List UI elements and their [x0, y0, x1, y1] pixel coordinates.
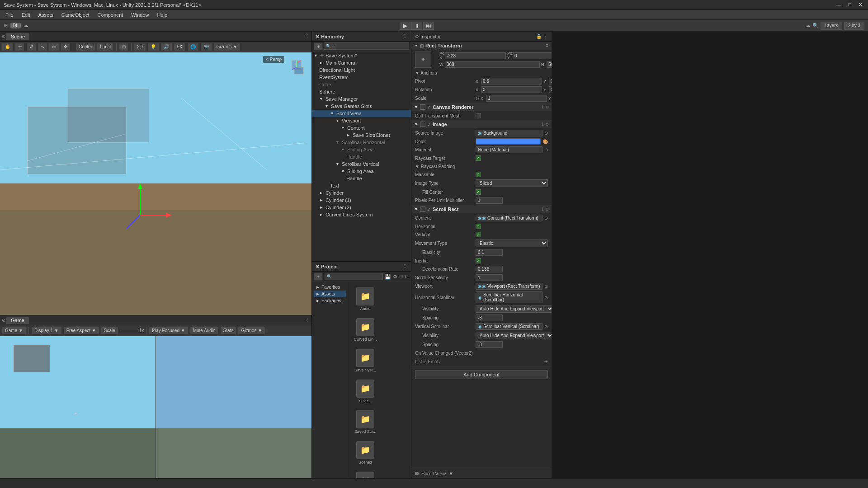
- color-swatch[interactable]: [476, 138, 541, 145]
- camera-btn[interactable]: 📷: [200, 43, 212, 51]
- hierarchy-item-sliding-area-h[interactable]: ▼ Sliding Area: [312, 146, 411, 153]
- hierarchy-item-save-slot-clone[interactable]: ► Save Slot(Clone): [312, 131, 411, 139]
- horizontal-checkbox[interactable]: ✓: [476, 224, 481, 229]
- deceleration-rate-input[interactable]: [476, 266, 503, 272]
- image-header[interactable]: ▼ ✓ Image ℹ ⚙: [411, 120, 552, 129]
- hierarchy-item-save-system[interactable]: ▼ 👁 Save System*: [312, 52, 411, 59]
- local-toggle[interactable]: Local: [97, 43, 114, 51]
- hierarchy-item-viewport[interactable]: ▼ Viewport: [312, 117, 411, 124]
- rotate-tool[interactable]: ↺: [26, 43, 36, 51]
- scroll-rect-info[interactable]: ℹ: [542, 207, 543, 211]
- hierarchy-item-sliding-area-v[interactable]: ▼ Sliding Area: [312, 168, 411, 175]
- transform-tool[interactable]: ✤: [61, 43, 71, 51]
- hierarchy-item-content[interactable]: ▼ Content: [312, 124, 411, 131]
- asset-curved-lin[interactable]: 📁 Curved Lin...: [352, 316, 379, 343]
- assets-folder[interactable]: ► Assets: [314, 291, 346, 297]
- scroll-sensitivity-input[interactable]: [476, 274, 503, 281]
- viewport-select[interactable]: ⊙: [544, 284, 548, 289]
- cull-transparent-checkbox[interactable]: [476, 113, 481, 118]
- hierarchy-item-event-system[interactable]: EventSystem: [312, 74, 411, 81]
- inertia-checkbox[interactable]: ✓: [476, 258, 481, 263]
- fx-btn[interactable]: FX: [174, 43, 186, 51]
- 2d-btn[interactable]: 2D: [134, 43, 146, 51]
- asset-audio[interactable]: 📁 Audio: [352, 286, 379, 313]
- hierarchy-item-cylinder-1[interactable]: ► Cylinder (1): [312, 197, 411, 204]
- hierarchy-item-scrollbar-vertical[interactable]: ▼ Scrollbar Vertical: [312, 160, 411, 168]
- raycast-target-checkbox[interactable]: ✓: [476, 155, 481, 161]
- asset-saved-scr[interactable]: 📁 Saved Scr...: [352, 408, 379, 436]
- hierarchy-item-curved-lines[interactable]: ► Curved Lines System: [312, 211, 411, 218]
- project-add[interactable]: +: [314, 272, 323, 281]
- inspector-scroll[interactable]: ▼ ⊞ Rect Transform ⚙ ⊕ Pos X: [411, 42, 552, 469]
- audio-btn[interactable]: 🔊: [160, 43, 172, 51]
- rot-y-input[interactable]: [549, 86, 552, 93]
- hierarchy-item-text[interactable]: Text: [312, 182, 411, 189]
- scroll-rect-gear[interactable]: ⚙: [545, 207, 549, 211]
- asset-scripts[interactable]: 📁 Scripts: [352, 470, 379, 478]
- minimize-btn[interactable]: —: [834, 2, 843, 8]
- mute-btn[interactable]: Mute Audio: [190, 327, 219, 335]
- menu-gameobject[interactable]: GameObject: [58, 11, 93, 19]
- move-tool[interactable]: ✛: [15, 43, 25, 51]
- game-gizmos-btn[interactable]: Gizmos ▼: [238, 327, 265, 335]
- pos-y-input[interactable]: [513, 52, 552, 59]
- search-icon[interactable]: 🔍: [812, 23, 819, 28]
- hierarchy-item-handle-v[interactable]: Handle: [312, 175, 411, 182]
- light-btn[interactable]: 💡: [147, 43, 159, 51]
- scene-gizmo[interactable]: [285, 56, 308, 79]
- height-input[interactable]: [547, 61, 552, 68]
- maskable-checkbox[interactable]: ✓: [476, 172, 481, 177]
- pivot-y-input[interactable]: [549, 78, 552, 84]
- pivot-x-input[interactable]: [481, 78, 542, 84]
- step-button[interactable]: ⏭: [423, 22, 434, 30]
- rect-tool[interactable]: ▭: [49, 43, 59, 51]
- layers-button[interactable]: Layers: [821, 22, 842, 30]
- cloud2-icon[interactable]: ☁: [806, 23, 811, 28]
- hierarchy-item-save-games-slots[interactable]: ▼ Save Games Slots: [312, 103, 411, 110]
- canvas-renderer-header[interactable]: ▼ ✓ Canvas Renderer ℹ ⚙: [411, 103, 552, 112]
- hierarchy-item-scroll-view[interactable]: ▼ Scroll View: [312, 110, 411, 117]
- menu-file[interactable]: File: [2, 11, 17, 19]
- scroll-rect-header[interactable]: ▼ ✓ Scroll Rect ℹ ⚙: [411, 205, 552, 214]
- packages-folder[interactable]: ► Packages: [314, 297, 346, 304]
- inspector-lock[interactable]: 🔒: [536, 34, 542, 39]
- save-icon[interactable]: 💾: [385, 274, 391, 280]
- aspect-btn[interactable]: Free Aspect ▼: [63, 327, 99, 335]
- scene-options-icon[interactable]: ⋮: [305, 33, 310, 39]
- source-image-ref[interactable]: ◉ Background: [476, 130, 542, 136]
- image-gear[interactable]: ⚙: [545, 122, 549, 127]
- vertical-checkbox[interactable]: ✓: [476, 232, 481, 237]
- canvas-enabled-check[interactable]: [420, 104, 425, 110]
- h-scrollbar-select[interactable]: ⊙: [544, 295, 548, 300]
- display-btn[interactable]: Display 1 ▼: [31, 327, 62, 335]
- menu-assets[interactable]: Assets: [35, 11, 57, 19]
- hierarchy-item-cylinder[interactable]: ► Cylinder: [312, 189, 411, 197]
- project-search[interactable]: 🔍: [325, 273, 383, 280]
- image-info[interactable]: ℹ: [542, 122, 543, 127]
- v-scrollbar-ref[interactable]: ◉ Scrollbar Vertical (Scrollbar): [476, 323, 542, 330]
- asset-scenes[interactable]: 📁 Scenes: [352, 439, 379, 466]
- asset-save[interactable]: 📁 save...: [352, 378, 379, 405]
- hierarchy-item-sphere[interactable]: Sphere: [312, 88, 411, 95]
- favorites-folder[interactable]: ► Favorites: [314, 284, 346, 291]
- pivot-toggle[interactable]: Center: [75, 43, 95, 51]
- canvas-info[interactable]: ℹ: [542, 105, 543, 109]
- image-enabled-check[interactable]: [420, 122, 425, 127]
- width-input[interactable]: [445, 61, 540, 68]
- close-btn[interactable]: ✕: [857, 2, 864, 8]
- hierarchy-item-handle-h[interactable]: Handle: [312, 153, 411, 160]
- scroll-rect-enabled[interactable]: [420, 206, 425, 212]
- hierarchy-item-scrollbar-horizontal[interactable]: ▼ Scrollbar Horizontal: [312, 139, 411, 146]
- material-select[interactable]: ⊙: [544, 147, 548, 152]
- scale-tool[interactable]: ⤡: [38, 43, 47, 51]
- elasticity-input[interactable]: [476, 249, 503, 256]
- asset-save-syst[interactable]: 📁 Save Syst...: [352, 347, 379, 374]
- viewport-ref[interactable]: ◉◉ Viewport (Rect Transform): [476, 283, 542, 290]
- content-select[interactable]: ⊙: [544, 216, 548, 221]
- rot-x-input[interactable]: [481, 86, 542, 93]
- fill-center-checkbox[interactable]: ✓: [476, 189, 481, 195]
- scale-btn[interactable]: Scale: [101, 327, 118, 335]
- layout-button[interactable]: 2 by 3: [844, 22, 864, 30]
- menu-help[interactable]: Help: [153, 11, 171, 19]
- project-options[interactable]: ⋮: [402, 263, 407, 269]
